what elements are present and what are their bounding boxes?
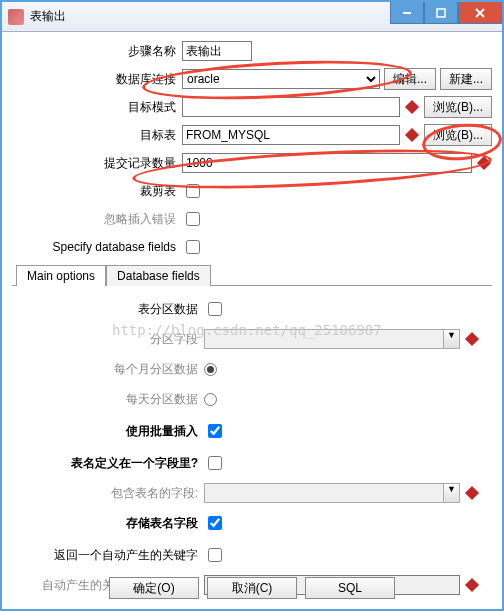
- schema-label: 目标模式: [12, 99, 182, 116]
- part-month-radio: [204, 363, 217, 376]
- specify-fields-checkbox[interactable]: [186, 240, 200, 254]
- schema-input[interactable]: [182, 97, 400, 117]
- cancel-button[interactable]: 取消(C): [207, 577, 297, 599]
- window-controls: [390, 2, 502, 24]
- diamond-icon: [477, 156, 491, 170]
- return-key-label: 返回一个自动产生的关键字: [24, 547, 204, 564]
- footer-buttons: 确定(O) 取消(C) SQL: [2, 577, 502, 599]
- chevron-down-icon: ▼: [443, 484, 459, 502]
- minimize-button[interactable]: [390, 2, 424, 24]
- part-day-label: 每天分区数据: [24, 391, 204, 408]
- maximize-button[interactable]: [424, 2, 458, 24]
- batch-insert-label: 使用批量插入: [24, 423, 204, 440]
- commit-label: 提交记录数量: [12, 155, 182, 172]
- diamond-icon: [465, 332, 479, 346]
- name-field-label: 包含表名的字段:: [24, 485, 204, 502]
- titlebar: 表输出: [2, 2, 502, 32]
- name-in-field-checkbox[interactable]: [208, 456, 222, 470]
- diamond-icon: [405, 100, 419, 114]
- db-conn-label: 数据库连接: [12, 71, 182, 88]
- new-button[interactable]: 新建...: [440, 68, 492, 90]
- app-icon: [8, 9, 24, 25]
- name-field-select: ▼: [204, 483, 460, 503]
- form-area: 步骤名称 数据库连接 oracle 编辑... 新建... 目标模式 浏览(B)…: [2, 32, 502, 610]
- part-month-label: 每个月分区数据: [24, 361, 204, 378]
- chevron-down-icon: ▼: [443, 330, 459, 348]
- tab-main-options[interactable]: Main options: [16, 265, 106, 286]
- edit-button[interactable]: 编辑...: [384, 68, 436, 90]
- svg-rect-1: [437, 9, 445, 17]
- specify-fields-label: Specify database fields: [12, 240, 182, 254]
- window-title: 表输出: [30, 8, 66, 25]
- return-key-checkbox[interactable]: [208, 548, 222, 562]
- step-name-label: 步骤名称: [12, 43, 182, 60]
- tab-bar: Main options Database fields: [12, 264, 492, 286]
- ignore-err-label: 忽略插入错误: [12, 211, 182, 228]
- batch-insert-checkbox[interactable]: [208, 424, 222, 438]
- step-name-input[interactable]: [182, 41, 252, 61]
- truncate-checkbox[interactable]: [186, 184, 200, 198]
- ignore-err-checkbox[interactable]: [186, 212, 200, 226]
- diamond-icon: [465, 486, 479, 500]
- commit-input[interactable]: [182, 153, 472, 173]
- diamond-icon: [405, 128, 419, 142]
- main-options-panel: 表分区数据 分区字段 ▼ 每个月分区数据 每天分区数据 使用批量插入 表名定义在…: [12, 286, 492, 610]
- db-conn-select[interactable]: oracle: [182, 69, 380, 89]
- part-field-select: ▼: [204, 329, 460, 349]
- part-field-label: 分区字段: [24, 331, 204, 348]
- name-in-field-label: 表名定义在一个字段里?: [24, 455, 204, 472]
- ok-button[interactable]: 确定(O): [109, 577, 199, 599]
- partition-checkbox[interactable]: [208, 302, 222, 316]
- truncate-label: 裁剪表: [12, 183, 182, 200]
- store-name-label: 存储表名字段: [24, 515, 204, 532]
- sql-button[interactable]: SQL: [305, 577, 395, 599]
- part-day-radio: [204, 393, 217, 406]
- table-input[interactable]: [182, 125, 400, 145]
- table-browse-button[interactable]: 浏览(B)...: [424, 124, 492, 146]
- schema-browse-button[interactable]: 浏览(B)...: [424, 96, 492, 118]
- partition-label: 表分区数据: [24, 301, 204, 318]
- close-button[interactable]: [458, 2, 502, 24]
- tab-database-fields[interactable]: Database fields: [106, 265, 211, 286]
- store-name-checkbox[interactable]: [208, 516, 222, 530]
- table-label: 目标表: [12, 127, 182, 144]
